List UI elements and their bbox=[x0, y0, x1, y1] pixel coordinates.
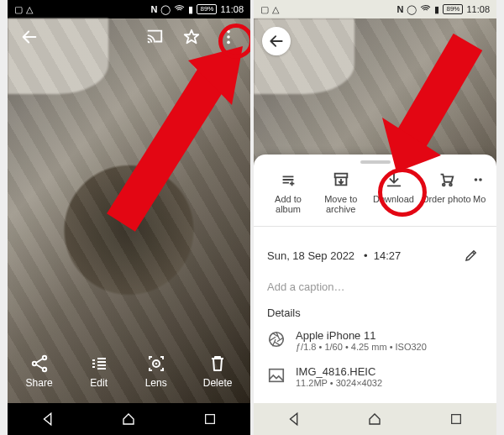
battery-indicator: 89% bbox=[197, 4, 217, 14]
svg-point-3 bbox=[32, 362, 35, 365]
warning-icon: △ bbox=[26, 4, 33, 15]
nav-home[interactable] bbox=[361, 411, 388, 427]
device-meta: ƒ/1.8 • 1/60 • 4.25 mm • ISO320 bbox=[296, 342, 483, 352]
add-to-album-button[interactable]: Add to album bbox=[262, 170, 314, 214]
photo-date-row: Sun, 18 Sep 2022 • 14:27 bbox=[254, 237, 496, 274]
annotation-arrow-left bbox=[87, 42, 247, 235]
image-icon bbox=[267, 366, 286, 387]
annotation-circle-download bbox=[378, 168, 427, 217]
annotation-arrow-right bbox=[367, 34, 493, 176]
move-to-archive-button[interactable]: Move toarchive bbox=[315, 170, 367, 214]
wifi-icon bbox=[174, 3, 185, 16]
clock: 11:08 bbox=[466, 4, 490, 14]
photo-date: Sun, 18 Sep 2022 bbox=[267, 249, 354, 262]
nfc-icon: N bbox=[397, 4, 404, 14]
nav-back[interactable] bbox=[34, 411, 61, 427]
svg-rect-9 bbox=[334, 174, 347, 178]
nfc-icon: N bbox=[151, 4, 158, 14]
edit-datetime-button[interactable] bbox=[459, 244, 483, 267]
share-label: Share bbox=[26, 377, 53, 389]
signal-icon: ▮ bbox=[188, 4, 193, 15]
nav-bar bbox=[8, 403, 250, 435]
svg-point-4 bbox=[42, 356, 45, 359]
back-button[interactable] bbox=[16, 24, 43, 50]
sheet-actions: Add to album Move toarchive Download Ord… bbox=[254, 170, 496, 226]
nav-back[interactable] bbox=[281, 411, 307, 427]
no-sim-icon: ◯ bbox=[407, 4, 417, 15]
lens-label: Lens bbox=[145, 377, 167, 389]
status-bar: ▢ △ N ◯ ▮ 89% 11:08 bbox=[8, 0, 250, 18]
phone-screenshot-left: ▢ △ N ◯ ▮ 89% 11:08 bbox=[8, 0, 250, 435]
details-title: Details bbox=[254, 300, 496, 322]
svg-point-11 bbox=[479, 178, 482, 181]
photo-time: 14:27 bbox=[374, 249, 402, 262]
caption-placeholder: Add a caption… bbox=[267, 280, 345, 293]
lens-button[interactable]: Lens bbox=[145, 354, 167, 389]
delete-button[interactable]: Delete bbox=[203, 354, 233, 389]
nav-bar bbox=[254, 403, 496, 435]
order-photo-button[interactable]: Order photo bbox=[420, 170, 472, 214]
picture-icon: ▢ bbox=[260, 4, 269, 15]
signal-icon: ▮ bbox=[434, 4, 439, 15]
battery-indicator: 89% bbox=[443, 4, 463, 14]
svg-point-7 bbox=[155, 363, 157, 365]
no-sim-icon: ◯ bbox=[160, 4, 171, 15]
aperture-icon bbox=[267, 330, 286, 351]
file-meta: 11.2MP • 3024×4032 bbox=[296, 378, 483, 388]
phone-screenshot-right: ▢ △ N ◯ ▮ 89% 11:08 bbox=[254, 0, 496, 435]
bottom-sheet: Add to album Move toarchive Download Ord… bbox=[254, 155, 496, 435]
device-info-row: Apple iPhone 11 ƒ/1.8 • 1/60 • 4.25 mm •… bbox=[254, 322, 496, 359]
back-button[interactable] bbox=[262, 27, 291, 55]
bottom-actions: Share Edit Lens Delete bbox=[8, 339, 250, 403]
delete-label: Delete bbox=[203, 377, 233, 389]
nav-home[interactable] bbox=[115, 411, 142, 427]
device-name: Apple iPhone 11 bbox=[296, 329, 483, 342]
svg-rect-13 bbox=[270, 369, 284, 382]
svg-point-10 bbox=[475, 178, 478, 181]
nav-recent[interactable] bbox=[443, 411, 470, 427]
status-bar: ▢ △ N ◯ ▮ 89% 11:08 bbox=[254, 0, 496, 18]
svg-rect-8 bbox=[205, 415, 214, 424]
svg-rect-14 bbox=[451, 415, 460, 424]
filename: IMG_4816.HEIC bbox=[296, 365, 483, 378]
caption-field[interactable]: Add a caption… bbox=[254, 274, 496, 300]
add-to-album-label: Add to album bbox=[262, 194, 314, 214]
more-option-clipped[interactable]: Mo bbox=[473, 170, 488, 214]
order-photo-label: Order photo bbox=[422, 194, 471, 204]
share-button[interactable]: Share bbox=[26, 354, 53, 389]
nav-recent[interactable] bbox=[197, 411, 223, 427]
clock: 11:08 bbox=[220, 4, 244, 14]
warning-icon: △ bbox=[272, 4, 279, 15]
edit-label: Edit bbox=[90, 377, 108, 389]
file-info-row: IMG_4816.HEIC 11.2MP • 3024×4032 bbox=[254, 359, 496, 395]
picture-icon: ▢ bbox=[14, 4, 23, 15]
svg-point-5 bbox=[42, 368, 45, 371]
edit-button[interactable]: Edit bbox=[89, 354, 109, 389]
annotation-circle-overflow bbox=[218, 24, 250, 59]
wifi-icon bbox=[420, 3, 431, 16]
